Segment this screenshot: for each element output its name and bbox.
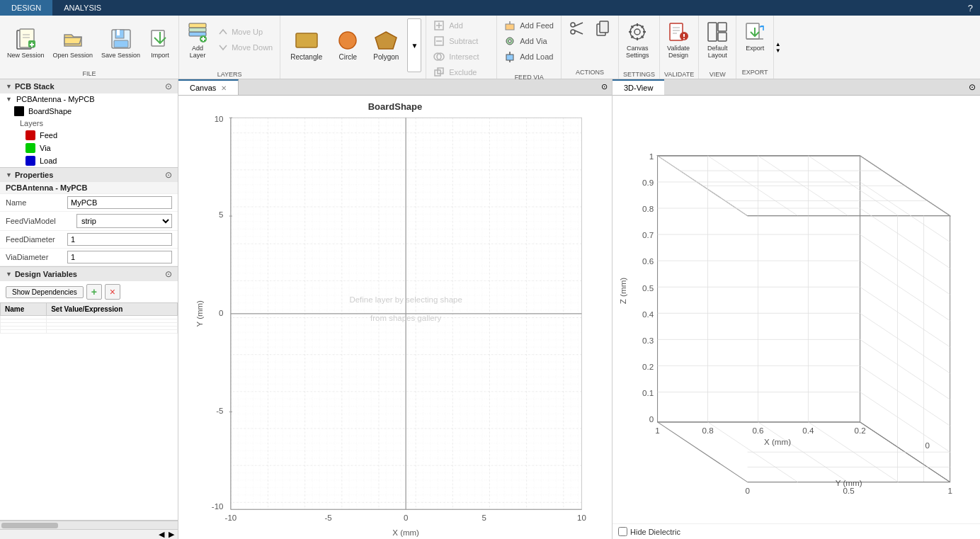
ribbon: New Session Open Session — [0, 16, 980, 79]
add-load-label: Add Load — [520, 52, 553, 61]
actions-group: ACTIONS — [562, 16, 619, 79]
via-layer-item[interactable]: Via — [0, 142, 178, 154]
viadiameter-input[interactable] — [67, 251, 172, 263]
properties-settings-icon[interactable]: ⊙ — [165, 170, 172, 180]
design-variables-settings-icon[interactable]: ⊙ — [165, 269, 172, 279]
feed-label: Feed — [40, 131, 57, 140]
view-3d-tab-label: 3D-View — [624, 84, 653, 92]
svg-rect-15 — [189, 23, 206, 28]
name-input[interactable] — [67, 196, 172, 209]
canvas-grid-area: BoardShape — [178, 96, 612, 539]
svg-rect-65 — [746, 23, 759, 39]
export-group-label: EXPORT — [741, 69, 769, 77]
add-via-label: Add Via — [520, 37, 547, 45]
feed-layer-item[interactable]: Feed — [0, 129, 178, 142]
polygon-button[interactable]: Polygon — [368, 28, 404, 63]
move-down-button[interactable]: Move Down — [215, 40, 275, 55]
feeddiameter-input[interactable] — [67, 233, 172, 246]
add-via-icon — [504, 35, 515, 47]
svg-text:0.2: 0.2 — [642, 362, 654, 371]
export-button[interactable]: Export — [741, 18, 769, 54]
move-up-button[interactable]: Move Up — [215, 25, 275, 39]
add-via-button[interactable]: Add Via — [501, 34, 557, 48]
dv-toolbar: Show Dependencies + × — [0, 281, 178, 302]
svg-text:0.8: 0.8 — [642, 204, 654, 213]
circle-button[interactable]: Circle — [329, 28, 366, 63]
circle-icon — [335, 30, 360, 50]
tab-design[interactable]: DESIGN — [0, 0, 52, 16]
canvas-tab[interactable]: Canvas ✕ — [178, 79, 239, 95]
svg-text:0.2: 0.2 — [854, 426, 865, 435]
show-dependencies-button[interactable]: Show Dependencies — [6, 286, 84, 298]
svg-text:0: 0 — [649, 414, 654, 424]
view-3d-content: 1 0.9 0.8 0.7 0.6 0.5 0.4 0.3 0.2 0.1 0 … — [612, 96, 980, 523]
ribbon-collapse[interactable]: ▲ ▼ — [773, 16, 782, 79]
pcb-stack-header[interactable]: ▼ PCB Stack ⊙ — [0, 79, 178, 93]
left-nav-left[interactable]: ◀ — [156, 530, 166, 539]
pcb-stack-settings-icon[interactable]: ⊙ — [165, 81, 172, 91]
rectangle-button[interactable]: Rectangle — [285, 28, 328, 63]
new-session-button[interactable]: New Session — [4, 25, 47, 61]
shapes-dropdown-arrow: ▼ — [411, 42, 418, 50]
svg-rect-29 — [435, 70, 440, 76]
svg-text:0.5: 0.5 — [642, 283, 654, 293]
pcbantenna-item[interactable]: ▼ PCBAntenna - MyPCB — [0, 93, 178, 105]
open-session-button[interactable]: Open Session — [50, 25, 96, 61]
view-3d-svg: 1 0.9 0.8 0.7 0.6 0.5 0.4 0.3 0.2 0.1 0 … — [612, 96, 980, 523]
svg-text:10: 10 — [577, 514, 586, 522]
open-session-icon — [62, 28, 84, 50]
svg-text:0.1: 0.1 — [642, 388, 654, 397]
add-layer-icon — [186, 21, 209, 43]
action-scissors-button[interactable] — [566, 18, 588, 38]
tab-analysis[interactable]: ANALYSIS — [52, 0, 113, 16]
load-layer-item[interactable]: Load — [0, 154, 178, 167]
open-session-label: Open Session — [53, 52, 93, 59]
canvas-area: Canvas ✕ ⊙ BoardShape — [178, 79, 612, 539]
import-label: Import — [151, 52, 169, 59]
canvas-tab-settings[interactable]: ⊙ — [597, 79, 612, 95]
hide-dielectric-checkbox[interactable] — [618, 527, 627, 536]
feedviamodel-select[interactable]: strip lumped coaxial — [76, 214, 172, 228]
intersect-button[interactable]: Intersect — [431, 50, 482, 64]
design-variables-header[interactable]: ▼ Design Variables ⊙ — [0, 267, 178, 281]
properties-title: Properties — [15, 171, 162, 179]
view-3d-settings-icon[interactable]: ⊙ — [964, 79, 980, 95]
properties-header[interactable]: ▼ Properties ⊙ — [0, 168, 178, 182]
canvas-tabs: Canvas ✕ ⊙ — [178, 79, 612, 96]
view-3d-tab[interactable]: 3D-View — [612, 79, 664, 95]
pcb-stack-section: ▼ PCB Stack ⊙ ▼ PCBAntenna - MyPCB Board… — [0, 79, 178, 168]
hide-dielectric-label: Hide Dielectric — [630, 528, 680, 536]
svg-text:-5: -5 — [324, 514, 331, 522]
canvas-settings-icon — [626, 21, 649, 43]
add-button[interactable]: Add — [431, 18, 466, 33]
canvas-tab-close[interactable]: ✕ — [221, 84, 227, 92]
view-3d-panel: 3D-View ⊙ 1 0.9 0.8 0.7 0.6 0.5 0.4 0.3 … — [612, 79, 980, 539]
left-panel-scrollbar[interactable] — [0, 521, 178, 529]
name-row: Name — [0, 194, 178, 212]
exclude-button[interactable]: Exclude — [431, 65, 479, 79]
boardshape-item[interactable]: BoardShape — [0, 105, 178, 118]
default-layout-button[interactable]: DefaultLayout — [703, 18, 731, 61]
delete-variable-button[interactable]: × — [105, 284, 120, 300]
svg-text:Define layer by selecting shap: Define layer by selecting shape — [349, 295, 462, 304]
subtract-button[interactable]: Subtract — [431, 34, 481, 48]
svg-text:0.8: 0.8 — [702, 426, 713, 435]
import-button[interactable]: Import — [146, 25, 174, 61]
save-session-button[interactable]: Save Session — [98, 25, 143, 61]
view-group-label: VIEW — [703, 71, 731, 79]
ribbon-up-arrow: ▲ — [775, 41, 781, 47]
shapes-dropdown[interactable]: ▼ — [407, 18, 421, 72]
add-load-button[interactable]: Add Load — [501, 50, 557, 64]
add-layer-button[interactable]: AddLayer — [183, 18, 212, 61]
feeddiameter-row: FeedDiameter — [0, 231, 178, 249]
validate-design-button[interactable]: ValidateDesign — [664, 18, 693, 61]
add-feed-button[interactable]: Add Feed — [501, 18, 557, 33]
add-variable-button[interactable]: + — [86, 284, 102, 300]
left-nav-right[interactable]: ▶ — [166, 530, 176, 539]
action-copy-button[interactable] — [591, 18, 614, 38]
dv-col-name: Name — [1, 303, 47, 316]
move-down-icon — [217, 42, 229, 53]
help-button[interactable]: ? — [961, 1, 980, 16]
canvas-settings-button[interactable]: CanvasSettings — [623, 18, 652, 61]
feeddiameter-label: FeedDiameter — [6, 235, 67, 244]
